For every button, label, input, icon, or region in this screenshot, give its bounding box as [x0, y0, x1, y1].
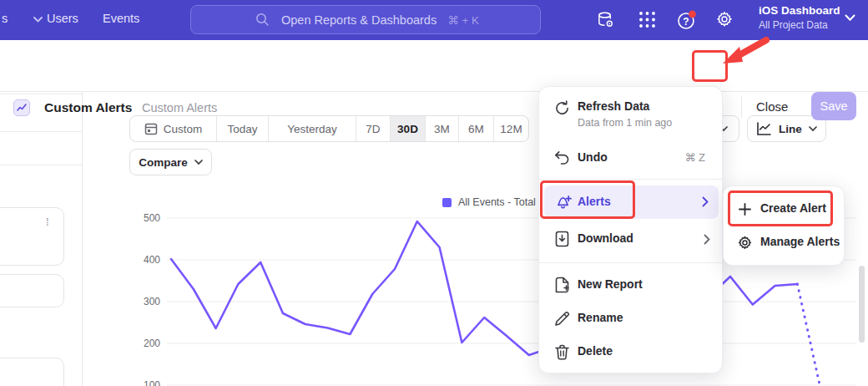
svg-text:?: ? [683, 16, 689, 28]
chevron-down-icon [33, 17, 43, 23]
chevron-right-icon [704, 234, 710, 245]
project-name[interactable]: iOS Dashboard [759, 4, 840, 17]
scrollbar-thumb[interactable] [859, 266, 865, 343]
submenu-label: Manage Alerts [760, 235, 840, 248]
svg-text:500: 500 [144, 212, 160, 224]
apps-grid-icon[interactable] [638, 11, 656, 28]
menu-shortcut: ⌘ Z [684, 151, 705, 164]
download-icon [555, 231, 569, 247]
range-6m[interactable]: 6M [458, 116, 493, 141]
refresh-icon [554, 100, 570, 116]
menu-item-alerts[interactable]: Alerts [544, 185, 719, 219]
menu-item-delete[interactable]: Delete [539, 336, 724, 369]
breadcrumb[interactable]: Custom Alerts [142, 101, 217, 114]
menu-label: Delete [578, 344, 613, 358]
calendar-icon [144, 122, 158, 135]
svg-text:300: 300 [144, 296, 160, 307]
submenu-label: Create Alert [760, 201, 826, 215]
line-chart-icon [756, 122, 772, 136]
range-30d-selected[interactable]: 30D [390, 116, 425, 141]
menu-sublabel: Data from 1 min ago [578, 117, 672, 129]
top-navbar: s Users Events Open Reports & Dashboards… [0, 0, 868, 40]
range-yesterday[interactable]: Yesterday [268, 116, 356, 141]
chevron-right-icon [702, 196, 709, 207]
nav-item-users[interactable]: Users [47, 12, 78, 25]
report-header: Custom Alerts Custom Alerts GV Duplicate… [0, 40, 868, 92]
report-context-menu: Refresh Data Data from 1 min ago Undo ⌘ … [538, 86, 723, 373]
svg-text:200: 200 [144, 338, 160, 349]
project-chevron-down-icon[interactable] [845, 14, 855, 22]
nav-item-clipped[interactable]: s [2, 12, 8, 25]
submenu-item-create-alert[interactable]: Create Alert [724, 193, 845, 226]
help-icon[interactable]: ? [677, 10, 697, 30]
close-button[interactable]: Close [756, 99, 788, 114]
search-shortcut: ⌘ + K [447, 13, 479, 27]
new-report-icon [555, 277, 569, 293]
menu-label: Rename [578, 311, 623, 324]
range-label: 7D [366, 123, 380, 135]
menu-item-new-report[interactable]: New Report [539, 269, 724, 302]
submenu-item-manage-alerts[interactable]: Manage Alerts [724, 226, 845, 260]
range-3m[interactable]: 3M [425, 116, 458, 141]
chevron-down-icon [194, 160, 203, 165]
app-root: s Users Events Open Reports & Dashboards… [0, 0, 868, 386]
range-label: 12M [500, 123, 522, 135]
range-7d[interactable]: 7D [356, 116, 390, 141]
range-12m[interactable]: 12M [493, 116, 528, 141]
search-placeholder: Open Reports & Dashboards [281, 13, 437, 27]
svg-text:100: 100 [144, 379, 160, 386]
pencil-icon [554, 311, 570, 327]
menu-separator [539, 179, 722, 180]
range-label: 30D [397, 123, 418, 135]
menu-item-download[interactable]: Download [539, 223, 724, 256]
page-title: Custom Alerts [44, 100, 132, 115]
alert-bell-plus-icon [555, 194, 573, 211]
trash-icon [555, 344, 569, 360]
compare-button[interactable]: Compare [129, 149, 212, 175]
project-scope: All Project Data [759, 19, 828, 31]
menu-label: Download [578, 231, 633, 245]
menu-item-rename[interactable]: Rename [539, 302, 724, 336]
chart-type-label: Line [779, 123, 802, 135]
menu-label: New Report [578, 277, 643, 291]
menu-item-refresh-data[interactable]: Refresh Data Data from 1 min ago [539, 94, 724, 138]
range-label: 3M [434, 123, 450, 135]
menu-label: Undo [578, 150, 608, 164]
nav-item-events[interactable]: Events [103, 12, 139, 25]
date-range-selector: Custom Today Yesterday 7D 30D 3M 6M 12M [129, 115, 529, 142]
range-label: Custom [164, 123, 203, 135]
range-custom[interactable]: Custom [130, 116, 216, 141]
alerts-submenu: Create Alert Manage Alerts [723, 185, 845, 266]
svg-text:400: 400 [144, 254, 160, 266]
settings-gear-icon[interactable] [715, 10, 734, 28]
undo-icon [554, 150, 570, 165]
menu-label: Alerts [578, 195, 611, 208]
data-management-icon[interactable] [596, 10, 615, 29]
range-label: 6M [468, 123, 484, 135]
menu-label: Refresh Data [578, 99, 649, 113]
menu-separator [539, 262, 722, 263]
plus-icon [739, 203, 751, 216]
compare-label: Compare [139, 156, 188, 169]
menu-item-undo[interactable]: Undo ⌘ Z [539, 141, 724, 175]
chevron-down-icon [809, 126, 817, 132]
report-type-icon [13, 99, 30, 116]
range-today[interactable]: Today [216, 116, 268, 141]
header-divider [741, 96, 742, 118]
manage-gear-icon [737, 235, 753, 251]
search-icon [255, 13, 270, 27]
range-label: Yesterday [287, 123, 337, 135]
range-label: Today [227, 123, 257, 135]
search-input[interactable]: Open Reports & Dashboards ⌘ + K [190, 5, 541, 34]
save-button[interactable]: Save [811, 92, 856, 120]
